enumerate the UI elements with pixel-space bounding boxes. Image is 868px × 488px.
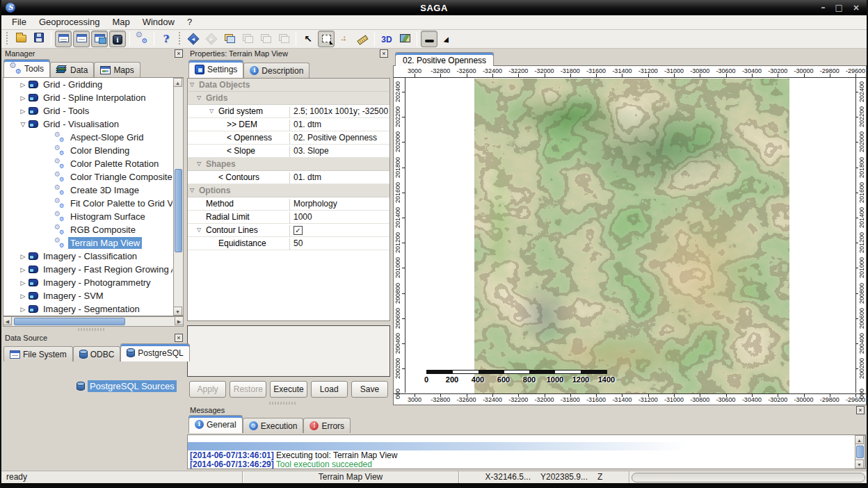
data-source-tab-odbc[interactable]: ODBC (73, 346, 121, 361)
tree-item-imagery-classification[interactable]: ▷Imagery - Classification (3, 250, 172, 263)
tree-item-imagery-svm[interactable]: ▷Imagery - SVM (3, 289, 172, 302)
manager-tab-data[interactable]: Data (50, 62, 94, 77)
view-3d-button[interactable]: 3D (378, 31, 395, 47)
zoom-previous-button[interactable]: ◂ (185, 31, 202, 47)
prop-row-dem[interactable]: >> DEM01. dtm (188, 118, 389, 131)
tree-item-grid-tools[interactable]: ▷Grid - Tools (3, 104, 172, 117)
prop-row-radial-limit[interactable]: Radial Limit1000 (188, 211, 389, 224)
tree-item-grid-gridding[interactable]: ▷Grid - Gridding (3, 78, 172, 91)
maximize-button[interactable]: □ (835, 0, 843, 15)
tree-item-grid-spline-interpolation[interactable]: ▷Grid - Spline Interpolation (3, 91, 172, 104)
north-arrow-button[interactable]: ▲ (439, 31, 456, 47)
help-button[interactable]: ? (158, 31, 175, 47)
close-icon[interactable] (175, 49, 183, 58)
expander-icon[interactable]: ▽ (197, 227, 201, 233)
prop-value-method[interactable]: Morphology (289, 199, 389, 211)
tree-item-imagery-fast-region-growing-alg[interactable]: ▷Imagery - Fast Region Growing Alg (3, 263, 172, 276)
expander-icon[interactable]: ▷ (19, 108, 27, 115)
prop-row-grids[interactable]: ▽Grids (188, 92, 389, 105)
prop-row-options[interactable]: ▽Options (188, 184, 389, 197)
expander-icon[interactable]: ▷ (19, 266, 27, 273)
prop-value-contours[interactable]: 01. dtm (289, 172, 389, 184)
prop-value-dem[interactable]: 01. dtm (289, 120, 389, 131)
prop-value-openness[interactable]: 02. Positive Openness (289, 133, 389, 145)
profile-line-button[interactable] (421, 31, 437, 47)
tool-manager-button[interactable]: ⚙⚙ (134, 31, 150, 47)
messages-tab-general[interactable]: iGeneral (188, 415, 243, 433)
expander-icon[interactable]: ▷ (19, 279, 27, 286)
execute-button[interactable]: Execute (270, 381, 307, 398)
save-button[interactable]: Save (351, 381, 388, 398)
data-source-tab-file-system[interactable]: File System (3, 346, 73, 361)
prop-value-slope[interactable]: 03. Slope (289, 146, 389, 158)
prop-row-shapes[interactable]: ▽Shapes (188, 158, 389, 171)
prop-row-contours[interactable]: < Contours01. dtm (188, 171, 389, 184)
manager-tab-tools[interactable]: ⚙⚙Tools (3, 59, 50, 77)
measure-tool-button[interactable] (354, 31, 371, 47)
log-selected-row[interactable] (188, 442, 854, 450)
tree-item-color-blending[interactable]: ⚙⚙Color Blending (3, 144, 172, 157)
save-button[interactable] (31, 31, 47, 47)
pointer-tool-button[interactable]: ↖ (300, 31, 316, 47)
prop-value-grid-system[interactable]: 2.5; 1001x 1001y; -32500 (289, 106, 389, 118)
toggle-properties-panel-button[interactable] (73, 31, 90, 47)
checkbox-checked-icon[interactable]: ✓ (294, 226, 303, 235)
toggle-messages-panel-button[interactable]: i (109, 31, 126, 47)
toggle-data-source-panel-button[interactable] (91, 31, 108, 47)
load-button[interactable]: Load (311, 381, 348, 398)
map-canvas[interactable]: 0200400600800100012001400 3000-32800-326… (393, 65, 867, 405)
properties-tab-settings[interactable]: Settings (188, 60, 243, 78)
messages-vscrollbar[interactable]: ▲ ▼ (855, 435, 865, 469)
messages-tab-execution[interactable]: ⚙Execution (243, 418, 304, 433)
prop-row-openness[interactable]: < Openness02. Positive Openness (188, 131, 389, 145)
prop-value-radial-limit[interactable]: 1000 (289, 212, 389, 224)
expander-icon[interactable]: ▽ (19, 121, 27, 128)
prop-row-grid-system[interactable]: ▽Grid system2.5; 1001x 1001y; -32500 (188, 105, 389, 118)
pan-tool-button[interactable]: ↔↕ (336, 31, 353, 47)
tree-item-imagery-segmentation[interactable]: ▷Imagery - Segmentation (3, 302, 172, 316)
expander-icon[interactable]: ▽ (197, 161, 201, 167)
minimize-button[interactable]: – (821, 0, 826, 15)
tree-item-grid-visualisation[interactable]: ▽Grid - Visualisation (3, 117, 172, 131)
properties-tab-description[interactable]: iDescription (243, 63, 310, 78)
tree-item-create-3d-image[interactable]: ⚙⚙Create 3D Image (3, 184, 172, 197)
expander-icon[interactable]: ▽ (190, 188, 194, 193)
close-icon[interactable] (380, 49, 388, 58)
menu-item-geoprocessing[interactable]: Geoprocessing (33, 15, 106, 29)
prop-row-contour-lines[interactable]: ▽Contour Lines✓ (188, 224, 389, 237)
expander-icon[interactable]: ▷ (19, 95, 27, 101)
data-source-item-postgresql-sources[interactable]: PostgreSQL Sources (75, 380, 177, 393)
menu-item-file[interactable]: File (6, 15, 33, 29)
close-icon[interactable] (856, 406, 865, 414)
prop-value-contour-lines[interactable]: ✓ (289, 225, 389, 237)
open-file-button[interactable] (13, 31, 29, 47)
tree-item-color-palette-rotation[interactable]: ⚙⚙Color Palette Rotation (3, 157, 172, 170)
save-map-image-button[interactable] (396, 31, 413, 47)
tree-item-histogram-surface[interactable]: ⚙⚙Histogram Surface (3, 210, 172, 223)
expander-icon[interactable]: ▽ (197, 95, 201, 101)
tree-item-rgb-composite[interactable]: ⚙⚙RGB Composite (3, 223, 172, 236)
menu-item-window[interactable]: Window (136, 15, 181, 29)
data-source-tab-postgresql[interactable]: PostgreSQL (120, 343, 189, 361)
prop-row-equidistance[interactable]: Equidistance50 (188, 237, 389, 250)
toggle-manager-panel-button[interactable] (55, 31, 72, 47)
load-settings-button[interactable] (221, 31, 238, 47)
expander-icon[interactable]: ▷ (19, 81, 27, 88)
expander-icon[interactable]: ▷ (19, 253, 27, 260)
expander-icon[interactable]: ▽ (209, 108, 214, 114)
tree-item-fit-color-palette-to-grid-values[interactable]: ⚙⚙Fit Color Palette to Grid Values (3, 197, 172, 210)
prop-row-data-objects[interactable]: ▽Data Objects (188, 79, 389, 92)
manager-tab-maps[interactable]: Maps (94, 62, 140, 77)
expander-icon[interactable]: ▷ (19, 293, 27, 300)
messages-tab-errors[interactable]: !Errors (303, 418, 351, 433)
prop-row-slope[interactable]: < Slope03. Slope (188, 145, 389, 158)
tree-vscrollbar[interactable]: ▲ ▼ (173, 78, 184, 316)
prop-value-equidistance[interactable]: 50 (289, 238, 389, 250)
tree-item-color-triangle-composite[interactable]: ⚙⚙Color Triangle Composite (3, 170, 172, 184)
tree-item-aspect-slope-grid[interactable]: ⚙⚙Aspect-Slope Grid (3, 131, 172, 144)
map-tab[interactable]: 02. Positive Openness (395, 52, 494, 66)
toolbar-grip[interactable] (5, 32, 10, 46)
map-view[interactable] (474, 79, 789, 393)
menu-item-help[interactable]: ? (181, 15, 198, 29)
tree-hscrollbar[interactable]: ◀ ▶ (3, 316, 184, 327)
